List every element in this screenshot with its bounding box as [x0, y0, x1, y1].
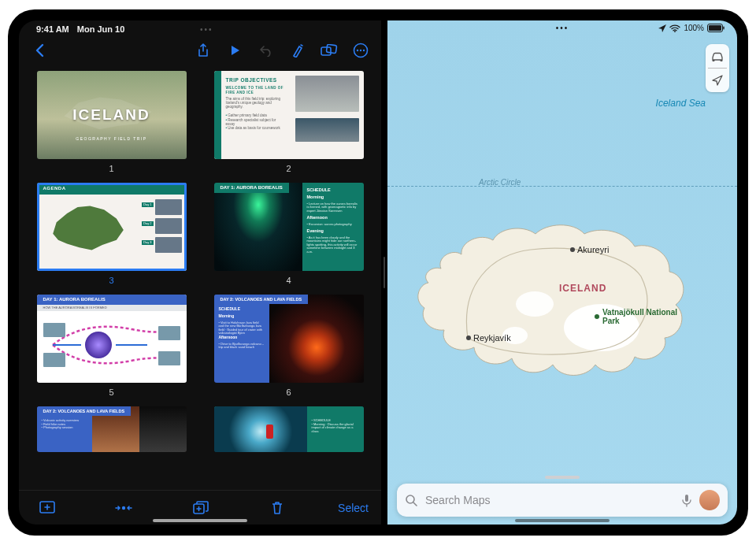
slide1-subtitle: GEOGRAPHY FIELD TRIP: [76, 137, 146, 142]
maps-mode-toolbar: [706, 44, 729, 92]
sea-label: Iceland Sea: [656, 98, 706, 109]
play-button[interactable]: [222, 39, 247, 61]
slide-thumbnail-7[interactable]: DAY 2: VOLCANOES AND LAVA FIELDS Volcani…: [33, 406, 190, 452]
battery-percent: 100%: [684, 24, 704, 32]
back-button[interactable]: [27, 39, 52, 61]
battery-icon: [707, 24, 724, 32]
search-icon: [405, 494, 417, 506]
slide-thumbnail-1[interactable]: ICELAND GEOGRAPHY FIELD TRIP 1: [33, 71, 190, 178]
slide-navigator-grid[interactable]: ICELAND GEOGRAPHY FIELD TRIP 1 TRIP OBJE…: [19, 63, 381, 490]
arctic-circle-label: Arctic Circle: [479, 178, 521, 187]
slide-thumbnail-8[interactable]: DAY 3: GLACIERS AND ICE CAVES SCHEDULE M…: [210, 406, 367, 452]
grabber-handle[interactable]: [545, 476, 580, 479]
svg-rect-18: [685, 495, 688, 502]
status-time: 9:41 AM: [36, 24, 69, 34]
svg-point-15: [516, 291, 554, 317]
driving-mode-button[interactable]: [706, 44, 729, 68]
split-view-divider[interactable]: [381, 20, 387, 525]
status-indicators: 100%: [658, 24, 724, 32]
add-slide-button[interactable]: [32, 501, 63, 515]
slide-thumbnail-5[interactable]: DAY 1: AURORA BOREALIS HOW THE AURORA BO…: [33, 295, 190, 402]
transition-button[interactable]: [108, 502, 139, 513]
keynote-toolbar: [19, 38, 381, 63]
ipad-frame: 9:41 AM Mon Jun 10 •••: [8, 9, 748, 536]
duplicate-button[interactable]: [185, 501, 217, 515]
svg-point-6: [85, 332, 112, 358]
split-view-screen: 9:41 AM Mon Jun 10 •••: [19, 20, 737, 525]
status-date: Mon Jun 10: [77, 24, 125, 34]
undo-button[interactable]: [254, 39, 279, 61]
iceland-map[interactable]: Akureyri ICELAND Vatnajökull National Pa…: [405, 190, 696, 402]
slide-thumbnail-4[interactable]: DAY 1: AURORA BOREALIS SCHEDULE Morning …: [210, 183, 367, 290]
slide-thumbnail-3[interactable]: AGENDA Day 1 Day 2 Day 3 3: [33, 183, 190, 290]
poi-vatnajokull[interactable]: Vatnajökull National Park: [594, 308, 696, 325]
multitask-dots-icon[interactable]: •••: [200, 25, 213, 34]
slide-number: 1: [109, 164, 113, 173]
svg-rect-12: [709, 25, 721, 31]
search-input[interactable]: [425, 494, 674, 506]
svg-point-8: [122, 506, 125, 509]
maps-search-card[interactable]: [397, 484, 728, 517]
select-button[interactable]: Select: [338, 502, 369, 514]
svg-point-4: [360, 50, 361, 51]
slide-thumbnail-2[interactable]: TRIP OBJECTIVES WELCOME TO THE LAND OF F…: [210, 71, 367, 178]
share-button[interactable]: [191, 39, 216, 61]
home-indicator[interactable]: [515, 519, 610, 522]
svg-rect-13: [723, 27, 724, 30]
delete-button[interactable]: [261, 501, 293, 515]
more-button[interactable]: [348, 39, 373, 61]
svg-point-10: [675, 31, 676, 32]
location-services-icon: [658, 24, 666, 32]
multitask-dots-icon[interactable]: •••: [556, 24, 569, 38]
format-button[interactable]: [285, 39, 310, 61]
wifi-icon: [669, 24, 680, 32]
city-akureyri[interactable]: Akureyri: [570, 245, 609, 254]
city-reykjavik[interactable]: Reykjavík: [466, 333, 511, 343]
slide-thumbnail-6[interactable]: DAY 2: VOLCANOES AND LAVA FIELDS SCHEDUL…: [210, 295, 367, 402]
keynote-app: 9:41 AM Mon Jun 10 •••: [19, 20, 381, 525]
arctic-circle-line: [387, 186, 737, 187]
insert-button[interactable]: [317, 39, 342, 61]
home-indicator[interactable]: [153, 519, 247, 522]
dictate-button[interactable]: [682, 494, 691, 507]
account-avatar[interactable]: [699, 490, 720, 510]
svg-point-5: [363, 50, 365, 51]
svg-point-3: [357, 50, 358, 51]
country-label: ICELAND: [559, 283, 606, 294]
locate-me-button[interactable]: [706, 69, 729, 92]
svg-rect-1: [326, 44, 336, 54]
maps-app[interactable]: ••• 100% Iceland Sea Arctic Cir: [387, 20, 737, 525]
